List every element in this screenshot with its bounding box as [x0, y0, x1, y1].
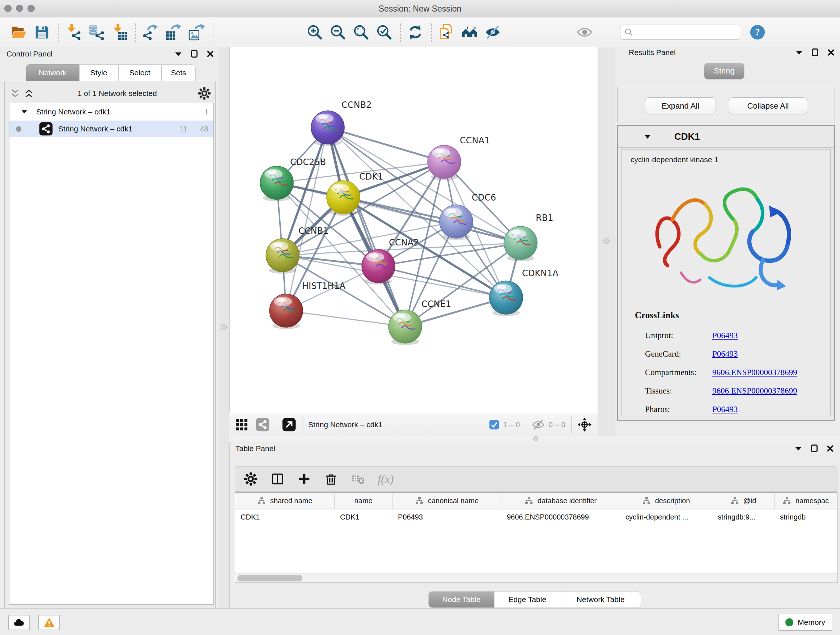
- crosslink-link[interactable]: P06493: [712, 405, 737, 414]
- close-panel-icon[interactable]: [205, 49, 215, 59]
- network-row-selected[interactable]: String Network – cdk1 11 48: [9, 120, 213, 137]
- network-view-toolbar: String Network – cdk1 1 – 0 0 – 0: [229, 413, 598, 436]
- import-table-from-file-icon[interactable]: [110, 23, 129, 42]
- delete-column-icon[interactable]: [324, 472, 338, 486]
- network-collection-row[interactable]: String Network – cdk1 1: [9, 103, 213, 120]
- entry-expand-icon[interactable]: [643, 133, 652, 141]
- crosslink-link[interactable]: P06493: [712, 331, 737, 340]
- pan-tool-icon[interactable]: [577, 417, 592, 432]
- network-node-RB1[interactable]: RB1: [504, 213, 553, 261]
- add-column-icon[interactable]: [297, 472, 311, 486]
- zoom-selected-icon[interactable]: [375, 23, 393, 42]
- network-node-CCNB1[interactable]: CCNB1: [266, 226, 328, 274]
- network-badge-icon[interactable]: [256, 417, 270, 432]
- tab-edge-table[interactable]: Edge Table: [494, 592, 561, 608]
- crosslink-row: Tissues:9606.ENSP00000378699: [645, 382, 823, 400]
- expand-all-networks-icon[interactable]: [23, 87, 35, 100]
- hidden-eye-icon[interactable]: [532, 418, 545, 431]
- tab-style[interactable]: Style: [79, 65, 118, 81]
- right-splitter-handle[interactable]: [603, 238, 609, 244]
- warnings-button[interactable]: [38, 615, 60, 630]
- network-node-CDKN1A[interactable]: CDKN1A: [489, 268, 559, 316]
- export-table-icon[interactable]: [164, 23, 183, 42]
- table-panel-splitter[interactable]: [229, 436, 840, 442]
- show-columns-icon[interactable]: [271, 472, 284, 486]
- network-graph[interactable]: CCNB2 CCNA1 CDC25B CDK1 CDC6 RB1: [230, 47, 598, 413]
- network-options-gear-icon[interactable]: [198, 87, 211, 100]
- detach-view-icon[interactable]: [282, 417, 296, 432]
- memory-button[interactable]: Memory: [778, 614, 832, 631]
- column-header-description[interactable]: description: [620, 493, 712, 509]
- tab-network[interactable]: Network: [26, 65, 79, 81]
- search-input[interactable]: [636, 28, 736, 36]
- column-header-canonical-name[interactable]: canonical name: [393, 493, 501, 509]
- help-icon[interactable]: ?: [748, 23, 767, 42]
- tab-node-table[interactable]: Node Table: [429, 592, 494, 608]
- cloud-status-button[interactable]: [8, 615, 30, 630]
- import-network-from-file-icon[interactable]: [64, 23, 82, 42]
- column-header-namespac[interactable]: namespac: [775, 493, 837, 509]
- apply-layout-icon[interactable]: [406, 23, 425, 42]
- selected-nodes-checkbox[interactable]: [489, 419, 500, 430]
- undock-panel-icon[interactable]: [189, 49, 199, 59]
- crosslink-link[interactable]: 9606.ENSP00000378699: [712, 368, 797, 377]
- expand-all-button[interactable]: Expand All: [645, 97, 716, 114]
- tab-network-table[interactable]: Network Table: [561, 592, 641, 608]
- right-splitter[interactable]: [598, 47, 615, 436]
- toggle-glass-effect-icon[interactable]: [575, 23, 594, 42]
- network-node-CDK1[interactable]: CDK1: [327, 172, 383, 216]
- crosslink-row: Uniprot:P06493: [645, 326, 823, 345]
- network-node-CCNB2[interactable]: CCNB2: [311, 100, 371, 146]
- table-splitter-handle[interactable]: [533, 436, 538, 441]
- open-session-icon[interactable]: [9, 23, 28, 42]
- save-session-icon[interactable]: [33, 23, 51, 42]
- zoom-out-icon[interactable]: [328, 23, 347, 42]
- edge-HIST1H1A-CCNE1[interactable]: [286, 310, 405, 326]
- function-builder-icon-disabled: f(x): [378, 472, 393, 486]
- scrollbar-thumb[interactable]: [237, 575, 302, 581]
- close-panel-icon[interactable]: [826, 444, 835, 453]
- column-header-shared-name[interactable]: shared name: [235, 493, 335, 509]
- grid-view-icon[interactable]: [234, 417, 249, 432]
- undock-panel-icon[interactable]: [810, 48, 820, 57]
- toolbar-separator: [213, 23, 213, 42]
- undock-panel-icon[interactable]: [810, 444, 819, 453]
- table-row[interactable]: CDK1CDK1P064939606.ENSP00000378699cyclin…: [235, 509, 837, 525]
- collapse-all-networks-icon[interactable]: [9, 87, 21, 100]
- control-panel-title: Control Panel: [6, 50, 52, 58]
- results-entry-header[interactable]: CDK1: [618, 126, 834, 148]
- float-panel-icon[interactable]: [174, 49, 183, 59]
- edge-CCNA2-CDKN1A[interactable]: [378, 266, 506, 298]
- tab-sets[interactable]: Sets: [161, 65, 196, 81]
- network-view-canvas[interactable]: CCNB2 CCNA1 CDC25B CDK1 CDC6 RB1: [229, 47, 598, 413]
- export-image-icon[interactable]: [187, 23, 206, 42]
- close-panel-icon[interactable]: [826, 48, 836, 57]
- crosslink-link[interactable]: P06493: [712, 349, 737, 359]
- network-node-CCNA1[interactable]: CCNA1: [428, 135, 490, 180]
- network-node-HIST1H1A[interactable]: HIST1H1A: [270, 281, 346, 329]
- results-tab-string[interactable]: String: [704, 63, 744, 79]
- search-box[interactable]: [620, 25, 740, 40]
- table-settings-gear-icon[interactable]: [244, 472, 257, 486]
- node-label-RB1: RB1: [536, 213, 553, 223]
- crosslink-link[interactable]: 9606.ENSP00000378699: [712, 386, 797, 396]
- tab-select[interactable]: Select: [118, 65, 161, 81]
- string-home-icon[interactable]: [460, 23, 479, 42]
- zoom-fit-content-icon[interactable]: [352, 23, 370, 42]
- float-panel-icon[interactable]: [794, 444, 803, 453]
- string-copy-network-icon[interactable]: [437, 23, 456, 42]
- left-splitter[interactable]: [218, 47, 229, 608]
- column-header-name[interactable]: name: [335, 493, 393, 509]
- left-splitter-handle[interactable]: [221, 324, 227, 330]
- table-cell: 9606.ENSP00000378699: [501, 509, 620, 525]
- collection-expand-icon[interactable]: [20, 108, 28, 116]
- export-network-icon[interactable]: [141, 23, 160, 42]
- collapse-all-button[interactable]: Collapse All: [729, 97, 807, 114]
- float-panel-icon[interactable]: [794, 48, 804, 57]
- table-horizontal-scrollbar[interactable]: [235, 573, 837, 583]
- column-header--id[interactable]: @id: [712, 493, 775, 509]
- import-network-from-database-icon[interactable]: [87, 23, 106, 42]
- column-header-database-identifier[interactable]: database identifier: [501, 493, 620, 509]
- zoom-in-icon[interactable]: [305, 23, 324, 42]
- toggle-enhanced-labels-icon[interactable]: [483, 23, 502, 42]
